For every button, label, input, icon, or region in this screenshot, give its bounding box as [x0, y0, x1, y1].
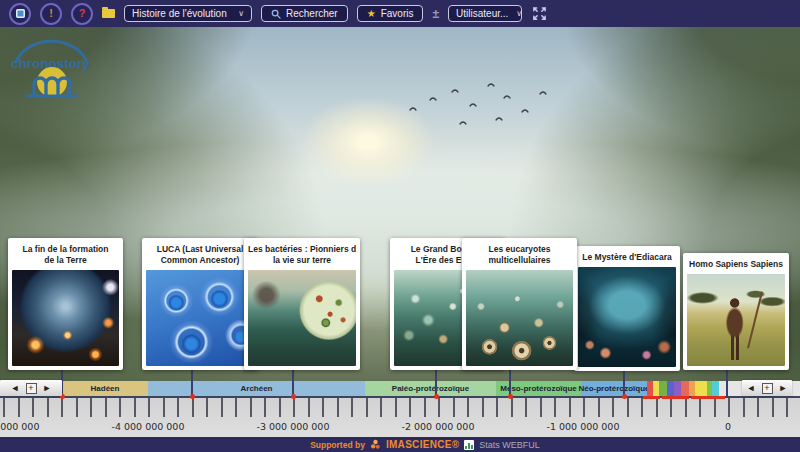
ruler-tick — [337, 398, 339, 417]
favorites-button-label: Favoris — [381, 8, 414, 19]
ruler-tick — [395, 398, 397, 417]
ruler-tick — [540, 398, 542, 417]
ruler-tick — [380, 398, 382, 417]
ruler-tick — [3, 398, 5, 417]
event-marker-dot[interactable] — [190, 394, 195, 399]
supported-by-label: Supported by — [310, 440, 365, 450]
alert-icon: ! — [49, 8, 53, 19]
help-button[interactable]: ? — [71, 3, 93, 25]
era-band-paleo-proterozoique[interactable]: Paléo-protérozoïque — [365, 381, 496, 396]
ruler-tick — [583, 398, 585, 417]
timeline-pan-left-control[interactable]: ◄ + ► — [0, 380, 62, 396]
ruler-tick — [743, 398, 745, 417]
period-band-3[interactable] — [667, 381, 674, 396]
timeline-ruler[interactable]: -5 000 000 000-4 000 000 000-3 000 000 0… — [0, 397, 800, 437]
ruler-tick — [714, 398, 716, 417]
pan-left-arrow-icon[interactable]: ◄ — [11, 384, 20, 393]
fullscreen-icon — [532, 6, 547, 21]
event-marker-dot[interactable] — [291, 394, 296, 399]
card-image-luca — [146, 270, 254, 366]
footer: Supported by IMASCIENCE® Stats WEBFUL — [0, 437, 800, 452]
event-marker-dot[interactable] — [434, 394, 439, 399]
event-card-fin-formation-terre[interactable]: La fin de la formationde la Terre — [8, 238, 123, 370]
ruler-tick — [496, 398, 498, 417]
app-icon — [16, 9, 25, 18]
ruler-tick — [699, 398, 701, 417]
folder-icon[interactable] — [102, 9, 115, 18]
star-icon: ★ — [367, 9, 376, 19]
ruler-tick — [18, 398, 20, 417]
event-marker-segment[interactable] — [662, 396, 689, 399]
search-button[interactable]: Rechercher — [261, 5, 348, 22]
card-title: La fin de la formationde la Terre — [12, 242, 119, 270]
ruler-tick — [206, 398, 208, 417]
favorites-button[interactable]: ★ Favoris — [357, 5, 424, 22]
stats-chart-icon — [464, 440, 474, 450]
ruler-tick — [409, 398, 411, 417]
fullscreen-button[interactable] — [531, 5, 548, 22]
timeline-zoom-button[interactable]: + — [762, 383, 773, 394]
imascience-brand[interactable]: IMASCIENCE® — [386, 439, 459, 450]
event-card-bacteries[interactable]: Les bactéries : Pionniers dela vie sur t… — [244, 238, 360, 370]
era-label: Paléo-protérozoïque — [392, 384, 469, 393]
ruler-tick — [293, 398, 295, 417]
period-band-9[interactable] — [712, 381, 719, 396]
toolbar: ! ? Histoire de l'évolution ∨ Rechercher… — [0, 0, 800, 27]
timeline-select[interactable]: Histoire de l'évolution ∨ — [124, 5, 252, 22]
ruler-tick — [90, 398, 92, 417]
ruler-tick — [554, 398, 556, 417]
event-connector-line — [435, 368, 437, 397]
ruler-tick — [627, 398, 629, 417]
event-connector-line — [726, 368, 728, 397]
period-band-4[interactable] — [674, 381, 681, 396]
period-band-2[interactable] — [659, 381, 667, 396]
chronostory-app: ! ? Histoire de l'évolution ∨ Rechercher… — [0, 0, 800, 452]
ruler-tick — [221, 398, 223, 417]
ruler-tick — [641, 398, 643, 417]
user-import-icon[interactable]: ± — [432, 7, 439, 21]
ruler-tick — [786, 398, 788, 417]
event-card-ediacara[interactable]: Le Mystère d'Ediacara — [574, 246, 680, 371]
event-marker-segment[interactable] — [643, 396, 660, 399]
ruler-tick — [757, 398, 759, 417]
ruler-tick — [351, 398, 353, 417]
era-band-archeen[interactable]: Archéen — [148, 381, 365, 396]
event-marker-dot[interactable] — [508, 394, 513, 399]
imascience-molecule-icon — [370, 439, 381, 450]
ruler-tick — [453, 398, 455, 417]
ruler-tick — [322, 398, 324, 417]
stats-webful-label[interactable]: Stats WEBFUL — [479, 440, 540, 450]
ruler-tick — [598, 398, 600, 417]
alert-button[interactable]: ! — [40, 3, 62, 25]
timeline-zoom-button[interactable]: + — [26, 383, 37, 394]
chevron-down-icon: ∨ — [238, 9, 244, 18]
app-button[interactable] — [9, 3, 31, 25]
event-card-eucaryotes-multicellulaires[interactable]: Les eucaryotesmulticellulaires — [462, 238, 577, 370]
ruler-tick — [569, 398, 571, 417]
event-card-homo-sapiens[interactable]: Homo Sapiens Sapiens — [683, 253, 789, 370]
timeline-pan-right-control[interactable]: ◄ + ► — [742, 380, 792, 396]
pan-left-arrow-icon[interactable]: ◄ — [747, 384, 756, 393]
ruler-tick — [177, 398, 179, 417]
card-image-eucaryotes — [466, 270, 573, 366]
era-band-hadeen[interactable]: Hadéen — [62, 381, 148, 396]
ruler-tick — [424, 398, 426, 417]
ruler-tick — [192, 398, 194, 417]
event-marker-segment[interactable] — [691, 396, 725, 399]
ruler-tick — [264, 398, 266, 417]
ruler-tick — [32, 398, 34, 417]
event-marker-dot[interactable] — [622, 394, 627, 399]
period-band-7[interactable] — [695, 381, 707, 396]
ruler-tick — [670, 398, 672, 417]
ruler-tick — [163, 398, 165, 417]
event-connector-line — [292, 368, 294, 397]
user-select[interactable]: Utilisateur... ∨ — [448, 5, 522, 22]
era-band-neo-proterozoique[interactable]: Néo-protérozoïque — [581, 381, 647, 396]
pan-right-arrow-icon[interactable]: ► — [43, 384, 52, 393]
ruler-tick — [612, 398, 614, 417]
event-card-luca[interactable]: LUCA (Last UniversalCommon Ancestor) — [142, 238, 258, 370]
pan-right-arrow-icon[interactable]: ► — [779, 384, 788, 393]
axis-label: 0 — [683, 421, 773, 432]
help-icon: ? — [79, 8, 86, 19]
period-band-5[interactable] — [681, 381, 689, 396]
